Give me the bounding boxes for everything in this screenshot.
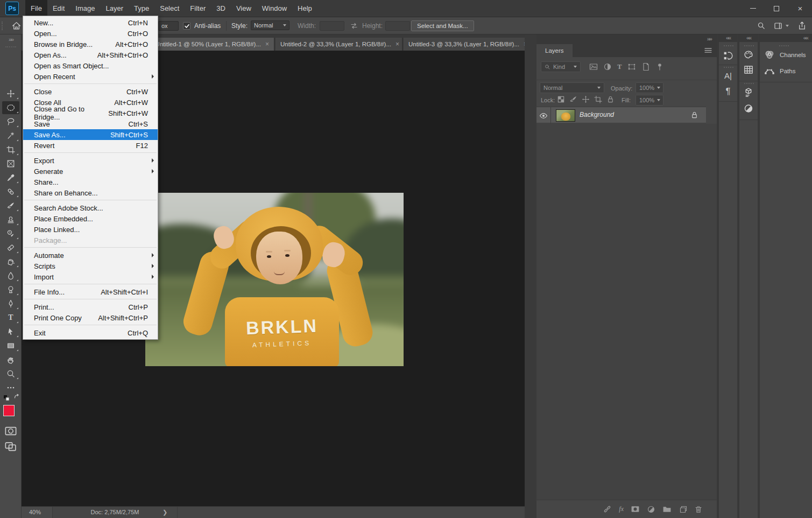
- eyedropper-tool[interactable]: [2, 171, 19, 184]
- path-selection-tool[interactable]: [2, 325, 19, 338]
- tab-layers[interactable]: Layers: [536, 44, 573, 57]
- new-group-icon[interactable]: [662, 505, 672, 513]
- opacity-dropdown[interactable]: 100%: [636, 82, 663, 93]
- layer-name[interactable]: Background: [580, 111, 614, 118]
- edit-toolbar-button[interactable]: [2, 381, 19, 394]
- home-icon[interactable]: [11, 21, 20, 30]
- character-panel-icon[interactable]: A|: [724, 71, 732, 81]
- filter-image-icon[interactable]: [589, 62, 598, 71]
- menu-item-file-info[interactable]: File Info...Alt+Shift+Ctrl+I: [23, 286, 158, 297]
- filter-smart-object-icon[interactable]: [641, 62, 650, 71]
- filter-pin-icon[interactable]: [655, 62, 664, 71]
- maximize-button[interactable]: [765, 0, 788, 17]
- paths-panel-button[interactable]: Paths: [764, 66, 795, 76]
- paint-bucket-tool[interactable]: [2, 255, 19, 268]
- minimize-button[interactable]: [741, 0, 765, 17]
- menu-item-revert[interactable]: RevertF12: [23, 140, 158, 151]
- menu-3d[interactable]: 3D: [211, 0, 231, 17]
- default-colors-icon[interactable]: [3, 394, 10, 404]
- lock-transparency-icon[interactable]: [557, 95, 565, 103]
- adjustment-layer-icon[interactable]: [647, 505, 655, 514]
- width-input[interactable]: [320, 21, 344, 31]
- menu-layer[interactable]: Layer: [101, 0, 129, 17]
- menu-item-close[interactable]: CloseCtrl+W: [23, 86, 158, 97]
- filter-shape-icon[interactable]: [627, 62, 636, 71]
- close-tab-icon[interactable]: ×: [265, 40, 269, 48]
- healing-brush-tool[interactable]: [2, 185, 19, 198]
- menu-item-share-on-behance[interactable]: Share on Behance...: [23, 187, 158, 198]
- eraser-tool[interactable]: [2, 241, 19, 254]
- menu-item-export[interactable]: Export: [23, 155, 158, 166]
- menu-item-place-linked[interactable]: Place Linked...: [23, 224, 158, 235]
- rectangle-tool[interactable]: [2, 339, 19, 352]
- crop-tool[interactable]: [2, 143, 19, 156]
- paragraph-panel-icon[interactable]: ¶: [725, 86, 730, 97]
- select-and-mask-button[interactable]: Select and Mask...: [411, 20, 474, 31]
- menu-help[interactable]: Help: [292, 0, 317, 17]
- kind-filter-dropdown[interactable]: Kind: [541, 61, 581, 72]
- swap-dimensions-icon[interactable]: [350, 22, 358, 30]
- delete-layer-icon[interactable]: [694, 505, 703, 514]
- menu-filter[interactable]: Filter: [185, 0, 211, 17]
- collapse-icon[interactable]: ««: [719, 34, 737, 42]
- lock-all-icon[interactable]: [606, 95, 615, 103]
- menu-item-place-embedded[interactable]: Place Embedded...: [23, 213, 158, 224]
- link-layers-icon[interactable]: [603, 505, 612, 514]
- workspace-chevron-icon[interactable]: [786, 25, 789, 27]
- dodge-tool[interactable]: [2, 283, 19, 296]
- filter-adjustment-icon[interactable]: [603, 62, 612, 71]
- menu-item-open-as-smart-object[interactable]: Open as Smart Object...: [23, 60, 158, 71]
- layer-style-icon[interactable]: fx: [619, 505, 624, 513]
- blend-mode-dropdown[interactable]: Normal: [540, 82, 604, 93]
- menu-item-open-as[interactable]: Open As...Alt+Shift+Ctrl+O: [23, 50, 158, 60]
- search-icon[interactable]: [757, 22, 766, 30]
- layers-collapse-icon[interactable]: »»: [536, 34, 717, 44]
- menu-edit[interactable]: Edit: [47, 0, 70, 17]
- menu-view[interactable]: View: [231, 0, 257, 17]
- history-brush-tool[interactable]: [2, 227, 19, 240]
- history-panel-icon[interactable]: [723, 51, 733, 61]
- clone-stamp-tool[interactable]: [2, 213, 19, 226]
- brush-tool[interactable]: [2, 199, 19, 212]
- menu-item-generate[interactable]: Generate: [23, 166, 158, 177]
- quick-mask-icon[interactable]: [5, 426, 17, 436]
- filter-type-icon[interactable]: T: [617, 62, 622, 71]
- status-expand-icon[interactable]: ❯: [163, 507, 167, 518]
- menu-type[interactable]: Type: [129, 0, 154, 17]
- close-tab-icon[interactable]: ×: [396, 40, 399, 48]
- zoom-tool[interactable]: [2, 367, 19, 380]
- menu-item-print[interactable]: Print...Ctrl+P: [23, 302, 158, 312]
- menu-item-save-as[interactable]: Save As...Shift+Ctrl+S: [23, 129, 158, 140]
- move-tool[interactable]: [2, 87, 19, 100]
- menu-item-browse-in-bridge[interactable]: Browse in Bridge...Alt+Ctrl+O: [23, 39, 158, 50]
- adjustments-panel-icon[interactable]: [744, 103, 754, 114]
- lock-position-icon[interactable]: [582, 95, 590, 103]
- layer-mask-icon[interactable]: [631, 505, 640, 513]
- zoom-level-field[interactable]: 40%: [22, 507, 53, 518]
- menu-select[interactable]: Select: [154, 0, 185, 17]
- lock-pixels-icon[interactable]: [569, 95, 577, 103]
- feather-input[interactable]: ox: [158, 21, 179, 31]
- menu-item-close-and-go-to-bridge[interactable]: Close and Go to Bridge...Shift+Ctrl+W: [23, 108, 158, 118]
- lasso-tool[interactable]: [2, 115, 19, 128]
- pen-tool[interactable]: [2, 297, 19, 310]
- swap-colors-icon[interactable]: [13, 394, 20, 401]
- menu-item-automate[interactable]: Automate: [23, 250, 158, 261]
- libraries-panel-icon[interactable]: [744, 87, 754, 97]
- menu-item-save[interactable]: SaveCtrl+S: [23, 118, 158, 129]
- share-icon[interactable]: [797, 21, 807, 30]
- frame-tool[interactable]: [2, 157, 19, 170]
- menu-item-search-adobe-stock[interactable]: Search Adobe Stock...: [23, 202, 158, 213]
- collapse-icon[interactable]: ««: [739, 34, 758, 42]
- menu-item-scripts[interactable]: Scripts: [23, 261, 158, 271]
- style-dropdown[interactable]: Normal: [251, 20, 290, 30]
- menu-file[interactable]: File: [25, 0, 47, 17]
- menu-image[interactable]: Image: [70, 0, 100, 17]
- new-layer-icon[interactable]: [679, 505, 687, 514]
- lock-artboard-icon[interactable]: [594, 95, 602, 103]
- menu-item-open[interactable]: Open...Ctrl+O: [23, 28, 158, 39]
- toolbar-expand-icon[interactable]: »»: [0, 36, 22, 43]
- layer-thumbnail[interactable]: [556, 109, 575, 122]
- menu-item-print-one-copy[interactable]: Print One CopyAlt+Shift+Ctrl+P: [23, 312, 158, 323]
- collapse-icon[interactable]: ««: [760, 34, 812, 42]
